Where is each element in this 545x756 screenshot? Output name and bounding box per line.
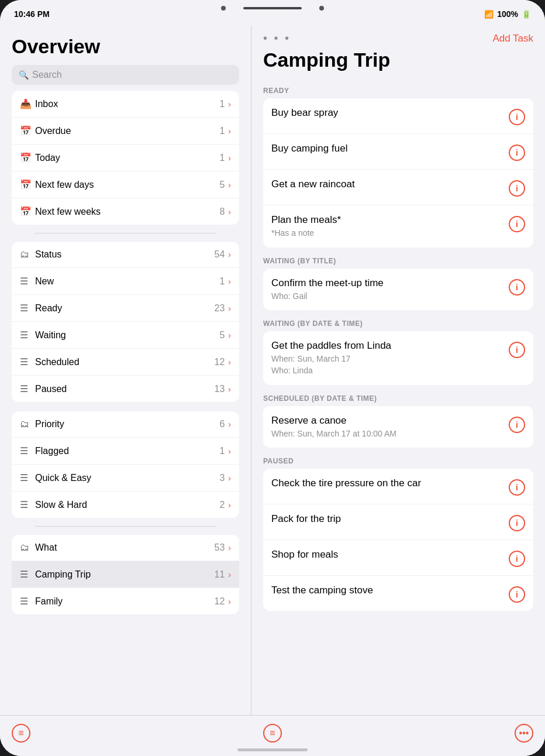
sidebar-item-next-few-days[interactable]: 📅 Next few days 5 › bbox=[12, 171, 239, 198]
sidebar-item-count: 5 bbox=[219, 330, 225, 341]
task-item-buy-camping-fuel[interactable]: Buy camping fuel i bbox=[263, 134, 533, 170]
filter-icon: ≡ bbox=[18, 728, 23, 738]
task-item-pack-trip[interactable]: Pack for the trip i bbox=[263, 504, 533, 540]
task-item-camping-stove[interactable]: Test the camping stove i bbox=[263, 576, 533, 611]
filter-icon: ≡ bbox=[270, 728, 275, 738]
sidebar-item-status[interactable]: 🗂 Status 54 › bbox=[12, 242, 239, 268]
sidebar-item-ready[interactable]: ☰ Ready 23 › bbox=[12, 295, 239, 322]
sidebar-item-label: Priority bbox=[35, 419, 219, 429]
sidebar-item-label: Today bbox=[35, 153, 219, 163]
sidebar-item-quick-easy[interactable]: ☰ Quick & Easy 3 › bbox=[12, 465, 239, 492]
task-item-buy-bear-spray[interactable]: Buy bear spray i bbox=[263, 98, 533, 134]
sidebar-item-scheduled[interactable]: ☰ Scheduled 12 › bbox=[12, 349, 239, 376]
device: 10:46 PM 📶 100% 🔋 Overview 🔍 Search 📥 bbox=[0, 0, 545, 756]
chevron-icon: › bbox=[228, 543, 231, 552]
task-item-reserve-canoe[interactable]: Reserve a canoe When: Sun, March 17 at 1… bbox=[263, 406, 533, 448]
sidebar-item-count: 1 bbox=[219, 126, 225, 136]
sidebar-item-today[interactable]: 📅 Today 1 › bbox=[12, 145, 239, 171]
task-title: Confirm the meet-up time bbox=[271, 277, 509, 290]
sidebar-item-count: 11 bbox=[215, 569, 225, 580]
task-item-plan-meals[interactable]: Plan the meals* *Has a note i bbox=[263, 205, 533, 248]
chevron-icon: › bbox=[228, 126, 231, 136]
left-header: Overview 🔍 Search bbox=[0, 26, 251, 91]
notch-bar bbox=[243, 7, 302, 9]
info-button[interactable]: i bbox=[509, 279, 525, 295]
task-title: Check the tire pressure on the car bbox=[271, 477, 509, 490]
sidebar-item-overdue[interactable]: 📅 Overdue 1 › bbox=[12, 118, 239, 145]
dots-menu[interactable]: • • • bbox=[263, 32, 291, 45]
info-button[interactable]: i bbox=[509, 417, 525, 433]
sidebar-item-inbox[interactable]: 📥 Inbox 1 › bbox=[12, 91, 239, 118]
status-right: 📶 100% 🔋 bbox=[484, 9, 531, 19]
sidebar-item-waiting[interactable]: ☰ Waiting 5 › bbox=[12, 322, 239, 349]
sidebar-item-count: 12 bbox=[215, 357, 225, 367]
list-icon: ☰ bbox=[20, 596, 35, 607]
home-indicator bbox=[237, 748, 308, 751]
sidebar-item-label: Family bbox=[35, 596, 215, 607]
sidebar-item-count: 23 bbox=[215, 303, 225, 314]
sidebar-item-count: 12 bbox=[215, 596, 225, 607]
task-text-block: Buy camping fuel bbox=[271, 142, 509, 155]
task-subtitle: When: Sun, March 17Who: Linda bbox=[271, 353, 509, 376]
inbox-icon: 📥 bbox=[20, 98, 35, 109]
sidebar-item-new[interactable]: ☰ New 1 › bbox=[12, 268, 239, 295]
task-title: Get the paddles from Linda bbox=[271, 339, 509, 352]
separator bbox=[35, 526, 216, 527]
sidebar-item-label: Waiting bbox=[35, 330, 219, 341]
sidebar-item-family[interactable]: ☰ Family 12 › bbox=[12, 588, 239, 614]
sidebar-item-what[interactable]: 🗂 What 53 › bbox=[12, 535, 239, 561]
add-task-button[interactable]: Add Task bbox=[492, 33, 533, 44]
task-item-get-raincoat[interactable]: Get a new raincoat i bbox=[263, 170, 533, 205]
chevron-icon: › bbox=[228, 99, 231, 109]
sidebar-item-flagged[interactable]: ☰ Flagged 1 › bbox=[12, 438, 239, 465]
info-button[interactable]: i bbox=[509, 216, 525, 232]
section-header-ready: READY bbox=[263, 87, 533, 95]
sidebar-item-priority[interactable]: 🗂 Priority 6 › bbox=[12, 411, 239, 438]
right-panel-title: Camping Trip bbox=[251, 49, 545, 77]
right-header: • • • Add Task bbox=[251, 26, 545, 49]
task-item-get-paddles[interactable]: Get the paddles from Linda When: Sun, Ma… bbox=[263, 331, 533, 384]
sidebar-item-count: 3 bbox=[219, 473, 225, 483]
sidebar-item-count: 54 bbox=[215, 249, 225, 260]
task-text-block: Get a new raincoat bbox=[271, 178, 509, 191]
search-bar[interactable]: 🔍 Search bbox=[12, 65, 239, 85]
sidebar-item-paused[interactable]: ☰ Paused 13 › bbox=[12, 376, 239, 402]
right-filter-button[interactable]: ≡ bbox=[263, 724, 282, 743]
task-title: Buy camping fuel bbox=[271, 142, 509, 155]
sidebar-item-label: Next few days bbox=[35, 180, 219, 190]
task-text-block: Reserve a canoe When: Sun, March 17 at 1… bbox=[271, 414, 509, 440]
sidebar-item-label: Slow & Hard bbox=[35, 500, 219, 510]
sidebar-item-slow-hard[interactable]: ☰ Slow & Hard 2 › bbox=[12, 492, 239, 518]
info-button[interactable]: i bbox=[509, 515, 525, 531]
sidebar-item-next-few-weeks[interactable]: 📅 Next few weeks 8 › bbox=[12, 198, 239, 225]
list-icon: ☰ bbox=[20, 499, 35, 510]
list-icon: ☰ bbox=[20, 445, 35, 456]
sidebar-item-count: 1 bbox=[219, 99, 225, 109]
sidebar-item-count: 53 bbox=[215, 542, 225, 553]
info-button[interactable]: i bbox=[509, 551, 525, 567]
chevron-icon: › bbox=[228, 597, 231, 606]
task-title: Get a new raincoat bbox=[271, 178, 509, 191]
info-button[interactable]: i bbox=[509, 145, 525, 161]
sidebar-item-count: 1 bbox=[219, 446, 225, 456]
more-options-button[interactable]: ••• bbox=[515, 724, 533, 743]
list-icon: ☰ bbox=[20, 356, 35, 367]
info-button[interactable]: i bbox=[509, 342, 525, 358]
info-button[interactable]: i bbox=[509, 109, 525, 125]
chevron-icon: › bbox=[228, 384, 231, 394]
overview-title: Overview bbox=[12, 35, 239, 58]
info-button[interactable]: i bbox=[509, 479, 525, 496]
info-button[interactable]: i bbox=[509, 586, 525, 603]
sidebar-item-label: New bbox=[35, 276, 219, 287]
left-filter-button[interactable]: ≡ bbox=[12, 724, 30, 743]
task-item-confirm-meetup[interactable]: Confirm the meet-up time Who: Gail i bbox=[263, 269, 533, 311]
task-text-block: Confirm the meet-up time Who: Gail bbox=[271, 277, 509, 303]
waiting-date-task-card: Get the paddles from Linda When: Sun, Ma… bbox=[263, 331, 533, 384]
sidebar-item-camping-trip[interactable]: ☰ Camping Trip 11 › bbox=[12, 561, 239, 588]
chevron-icon: › bbox=[228, 500, 231, 510]
task-title: Shop for meals bbox=[271, 548, 509, 561]
info-button[interactable]: i bbox=[509, 180, 525, 197]
task-item-tire-pressure[interactable]: Check the tire pressure on the car i bbox=[263, 469, 533, 504]
task-item-shop-meals[interactable]: Shop for meals i bbox=[263, 540, 533, 576]
task-subtitle: When: Sun, March 17 at 10:00 AM bbox=[271, 428, 509, 440]
